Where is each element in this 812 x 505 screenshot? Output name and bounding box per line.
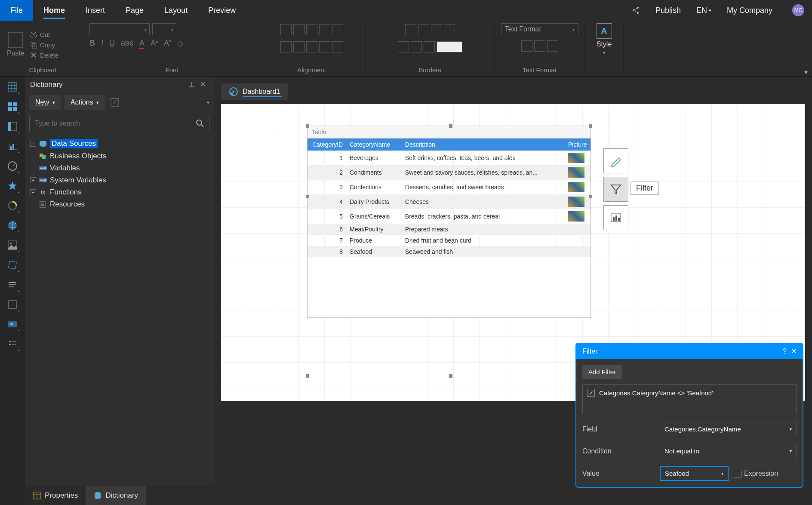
border-all-button[interactable] — [405, 24, 416, 35]
copy-button[interactable]: Copy — [30, 41, 58, 49]
bold-button[interactable]: B — [89, 39, 95, 49]
text-angle-button[interactable] — [319, 24, 330, 35]
align-bl-button[interactable] — [280, 41, 292, 52]
condition-dropdown[interactable]: Not equal to▾ — [660, 444, 797, 458]
tool-chart-icon[interactable] — [6, 140, 18, 152]
menu-home[interactable]: Home — [33, 0, 75, 21]
tree-system-variables[interactable]: +VARSystem Variables — [29, 174, 209, 186]
tool-image-icon[interactable] — [6, 239, 18, 251]
field-dropdown[interactable]: Categories.CategoryName▾ — [660, 422, 797, 436]
table-row[interactable]: 5Grains/CerealsBreads, crackers, pasta, … — [308, 209, 591, 224]
tool-gauge-icon[interactable] — [6, 160, 18, 172]
chevron-down-icon[interactable]: ▾ — [207, 100, 209, 105]
search-input[interactable] — [30, 115, 191, 132]
italic-button[interactable]: I — [101, 39, 103, 49]
table-row[interactable]: 1BeveragesSoft drinks, coffees, teas, be… — [308, 151, 591, 165]
font-size-dropdown[interactable]: ▾ — [152, 23, 176, 35]
search-icon[interactable] — [191, 115, 209, 132]
paste-button[interactable]: Paste — [3, 31, 28, 59]
font-grow-button[interactable]: A▴ — [151, 39, 158, 49]
border-right-button[interactable] — [444, 24, 455, 35]
filter-checkbox[interactable]: ✓ — [587, 389, 595, 397]
menu-page[interactable]: Page — [115, 0, 154, 21]
table-element[interactable]: Table CategoryID CategoryName Descriptio… — [307, 126, 591, 318]
font-shrink-button[interactable]: A▾ — [164, 39, 171, 49]
tool-indicator-icon[interactable] — [6, 180, 18, 192]
table-row[interactable]: 3ConfectionsDesserts, candies, and sweet… — [308, 180, 591, 194]
font-family-dropdown[interactable]: ▾ — [89, 23, 150, 35]
percent-button[interactable] — [547, 40, 558, 52]
table-row[interactable]: 8SeafoodSeaweed and fish — [308, 246, 591, 257]
border-none-button[interactable] — [418, 24, 429, 35]
tool-cards-icon[interactable] — [6, 101, 18, 113]
tool-list-icon[interactable] — [6, 338, 18, 350]
pin-icon[interactable]: ⊥ — [186, 80, 197, 89]
border-color-button[interactable] — [437, 41, 462, 52]
chevron-down-icon[interactable]: ▾ — [603, 50, 606, 55]
chart-action[interactable] — [603, 205, 628, 230]
tool-table-icon[interactable] — [6, 81, 18, 93]
filter-row[interactable]: ✓ Categories.CategoryName <> 'Seafood' — [587, 389, 792, 397]
align-br-button[interactable] — [306, 41, 317, 52]
table-row[interactable]: 6Meat/PoultryPrepared meats — [308, 224, 591, 235]
edit-action[interactable] — [603, 148, 628, 173]
tool-map-region-icon[interactable] — [6, 219, 18, 231]
new-button[interactable]: New▾ — [29, 95, 61, 110]
table-row[interactable]: 4Dairy ProductsCheeses — [308, 194, 591, 209]
border-top-button[interactable] — [398, 41, 409, 52]
col-picture[interactable]: Picture — [565, 139, 591, 151]
underline-button[interactable]: U — [109, 39, 115, 49]
text-format-dropdown[interactable]: Text Format▾ — [501, 23, 578, 35]
ribbon-expand-button[interactable]: ▾ — [800, 21, 812, 76]
filter-action[interactable]: Filter — [603, 177, 628, 202]
edit-icon[interactable] — [110, 98, 120, 107]
publish-button[interactable]: Publish — [648, 0, 689, 21]
align-tl-button[interactable] — [280, 24, 292, 35]
document-tab[interactable]: Dashboard1 — [221, 83, 288, 100]
company-label[interactable]: My Company — [719, 0, 780, 21]
file-menu[interactable]: File — [0, 0, 33, 21]
delete-button[interactable]: Delete — [30, 51, 58, 59]
tree-data-sources[interactable]: +Data Sources — [29, 137, 209, 150]
tool-text-icon[interactable] — [6, 279, 18, 291]
tool-shape-icon[interactable] — [6, 259, 18, 271]
table-row[interactable]: 2CondimentsSweet and savory sauces, reli… — [308, 165, 591, 180]
text-vertical-button[interactable] — [332, 24, 343, 35]
currency-button[interactable] — [521, 40, 532, 52]
shadow-button[interactable] — [424, 41, 435, 52]
menu-insert[interactable]: Insert — [75, 0, 115, 21]
tree-resources[interactable]: Resources — [29, 198, 209, 210]
language-selector[interactable]: EN▾ — [689, 0, 719, 21]
tool-button-icon[interactable] — [6, 318, 18, 330]
tool-progress-icon[interactable] — [6, 200, 18, 212]
align-tc-button[interactable] — [293, 24, 304, 35]
menu-preview[interactable]: Preview — [198, 0, 246, 21]
properties-tab[interactable]: Properties — [25, 486, 86, 505]
col-description[interactable]: Description — [402, 139, 565, 151]
align-tr-button[interactable] — [306, 24, 317, 35]
menu-layout[interactable]: Layout — [154, 0, 198, 21]
share-icon[interactable] — [624, 0, 648, 21]
value-input[interactable]: Seafood▾ — [660, 466, 729, 481]
avatar[interactable]: MC — [780, 0, 812, 21]
dictionary-tab[interactable]: Dictionary — [86, 486, 146, 505]
strike-button[interactable]: abc — [121, 39, 133, 49]
wrap-button[interactable] — [319, 41, 330, 52]
clear-format-button[interactable]: ◇ — [177, 39, 183, 49]
close-icon[interactable]: ✕ — [791, 347, 797, 355]
indent-button[interactable] — [332, 41, 343, 52]
expression-checkbox[interactable] — [734, 470, 741, 477]
font-color-button[interactable]: A — [139, 39, 145, 49]
number-button[interactable] — [534, 40, 545, 52]
tool-pivot-icon[interactable] — [6, 120, 18, 132]
border-left-button[interactable] — [431, 24, 442, 35]
fill-button[interactable] — [411, 41, 422, 52]
align-bc-button[interactable] — [293, 41, 304, 52]
close-icon[interactable]: ✕ — [197, 80, 209, 89]
table-row[interactable]: 7ProduceDried fruit and bean curd — [308, 235, 591, 246]
cut-button[interactable]: Cut — [30, 31, 58, 38]
tree-variables[interactable]: VARVariables — [29, 162, 209, 174]
help-icon[interactable]: ? — [778, 348, 791, 355]
tree-business-objects[interactable]: Business Objects — [29, 150, 209, 162]
style-button[interactable]: A Style ▾ — [597, 23, 612, 55]
